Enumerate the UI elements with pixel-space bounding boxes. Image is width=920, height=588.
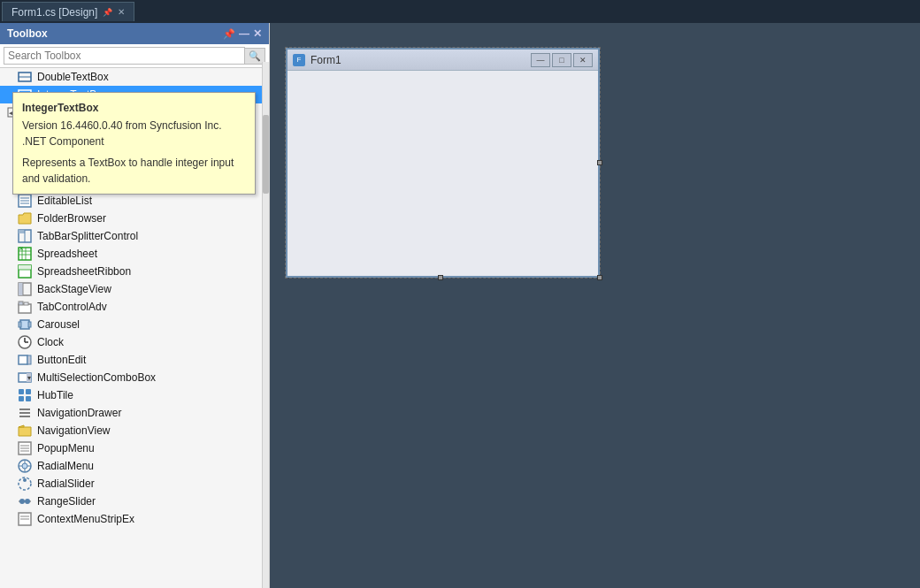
tool-label-Spreadsheet: Spreadsheet [37, 248, 97, 260]
toolbox-title: Toolbox [7, 27, 48, 40]
tool-item-PopupMenu[interactable]: PopupMenu [0, 439, 269, 457]
tool-icon-ContextMenuStripEx [18, 512, 32, 526]
tool-label-NavigationView: NavigationView [37, 424, 111, 437]
tool-item-Spreadsheet[interactable]: X Spreadsheet [0, 245, 269, 263]
form-maximize-button[interactable]: □ [552, 53, 571, 67]
tool-label-PopupMenu: PopupMenu [37, 442, 95, 454]
tool-label-MultiSelectionComboBox: MultiSelectionComboBox [37, 371, 156, 384]
tooltip-net: .NET Component [22, 134, 246, 149]
svg-rect-53 [26, 396, 31, 401]
scrollbar-thumb[interactable] [263, 115, 269, 194]
tool-label-DoubleTextBox: DoubleTextBox [37, 71, 109, 83]
tool-icon-SpreadsheetRibbon [18, 264, 32, 279]
tool-item-BackStageView[interactable]: BackStageView [0, 280, 269, 298]
tool-item-Clock[interactable]: Clock [0, 333, 269, 351]
tool-icon-MultiSelectionComboBox: ▾ [18, 370, 32, 385]
svg-rect-22 [19, 230, 25, 233]
form-canvas: F Form1 — □ ✕ [270, 23, 920, 588]
tool-icon-TabBarSplitter [18, 229, 32, 243]
tab-pin-icon: 📌 [103, 8, 112, 17]
tab-close-button[interactable]: ✕ [118, 7, 125, 17]
tool-item-NavigationDrawer[interactable]: NavigationDrawer [0, 404, 269, 422]
tool-label-RadialMenu: RadialMenu [37, 460, 94, 472]
svg-text:X: X [19, 247, 23, 251]
tool-icon-RadialMenu [18, 459, 32, 473]
toolbox-minimize-button[interactable]: — [239, 27, 249, 40]
toolbox-pin-icon[interactable]: 📌 [223, 28, 235, 40]
tool-item-DoubleTextBox[interactable]: DoubleTextBox [0, 68, 269, 86]
form-icon: F [293, 54, 305, 66]
tool-item-FolderBrowser[interactable]: FolderBrowser [0, 210, 269, 227]
svg-rect-45 [19, 355, 27, 364]
tool-item-TabBarSplitterControl[interactable]: TabBarSplitterControl [0, 227, 269, 245]
tool-label-FolderBrowser: FolderBrowser [37, 212, 106, 225]
tool-item-RangeSlider[interactable]: RangeSlider [0, 493, 269, 510]
svg-point-62 [22, 463, 27, 469]
search-input[interactable] [4, 47, 245, 65]
svg-rect-38 [24, 302, 28, 305]
tab-label: Form1.cs [Design] [12, 6, 97, 19]
form-window-buttons: — □ ✕ [531, 53, 593, 67]
svg-rect-46 [27, 355, 31, 364]
tool-item-Carousel[interactable]: Carousel [0, 316, 269, 333]
tool-label-RangeSlider: RangeSlider [37, 495, 96, 508]
tool-label-Clock: Clock [37, 336, 64, 348]
tool-item-EditableList[interactable]: EditableList [0, 192, 269, 210]
tool-label-HubTile: HubTile [37, 389, 73, 401]
tool-icon-TabControlAdv [18, 300, 32, 314]
svg-text:▾: ▾ [27, 374, 31, 382]
tool-item-RadialMenu[interactable]: RadialMenu [0, 457, 269, 475]
tool-icon-Clock [18, 335, 32, 349]
svg-rect-41 [28, 322, 31, 327]
tooltip-popup: IntegerTextBox Version 16.4460.0.40 from… [12, 92, 256, 195]
tool-label-NavigationDrawer: NavigationDrawer [37, 407, 121, 419]
tooltip-version: Version 16.4460.0.40 from Syncfusion Inc… [22, 118, 246, 134]
tool-item-TabControlAdv[interactable]: TabControlAdv [0, 298, 269, 316]
tool-label-TabControlAdv: TabControlAdv [37, 301, 107, 313]
tooltip-title: IntegerTextBox [22, 100, 246, 116]
form-titlebar: F Form1 — □ ✕ [288, 50, 598, 71]
tool-icon-Carousel [18, 317, 32, 332]
form-window[interactable]: F Form1 — □ ✕ [286, 48, 600, 278]
form-minimize-button[interactable]: — [531, 53, 550, 67]
tool-icon-EditableList [18, 194, 32, 208]
tool-item-SpreadsheetRibbon[interactable]: SpreadsheetRibbon [0, 263, 269, 280]
svg-rect-40 [19, 322, 21, 327]
tool-icon-ButtonEdit [18, 353, 32, 367]
form-close-button[interactable]: ✕ [573, 53, 593, 67]
tool-item-MultiSelectionComboBox[interactable]: ▾ MultiSelectionComboBox [0, 369, 269, 386]
tool-item-ContextMenuStripEx[interactable]: ContextMenuStripEx [0, 510, 269, 528]
form-title-label: Form1 [310, 54, 341, 66]
tool-label-ContextMenuStripEx: ContextMenuStripEx [37, 513, 134, 525]
tool-icon-Spreadsheet: X [18, 247, 32, 261]
svg-rect-51 [26, 389, 31, 394]
tool-icon-RangeSlider [18, 494, 32, 508]
tool-icon-HubTile [18, 388, 32, 402]
tool-label-RadialSlider: RadialSlider [37, 477, 95, 490]
tool-item-NavigationView[interactable]: NavigationView [0, 422, 269, 439]
tool-icon-PopupMenu [18, 441, 32, 455]
svg-point-70 [19, 499, 25, 504]
tool-item-ButtonEdit[interactable]: ButtonEdit [0, 351, 269, 369]
tool-label-SpreadsheetRibbon: SpreadsheetRibbon [37, 265, 131, 278]
toolbox-items-list: DoubleTextBox IntegerTextBox IntegerText… [0, 68, 269, 588]
svg-point-68 [23, 478, 27, 482]
tool-icon-NavigationDrawer [18, 406, 32, 420]
main-layout: Toolbox 📌 — ✕ 🔍 DoubleTextBox [0, 23, 920, 588]
scrollbar-track[interactable] [262, 62, 269, 588]
tool-item-HubTile[interactable]: HubTile [0, 386, 269, 404]
selection-handle-bottom[interactable] [438, 275, 443, 280]
design-tab[interactable]: Form1.cs [Design] 📌 ✕ [2, 2, 134, 21]
toolbox-close-button[interactable]: ✕ [253, 27, 262, 40]
selection-handle-right[interactable] [597, 160, 602, 165]
tool-item-RadialSlider[interactable]: RadialSlider [0, 475, 269, 493]
svg-point-71 [25, 499, 30, 504]
selection-handle-bottom-right[interactable] [597, 275, 602, 280]
tool-label-Carousel: Carousel [37, 318, 80, 331]
toolbox-search-bar: 🔍 [0, 44, 269, 68]
tool-icon-FolderBrowser [18, 211, 32, 225]
tool-icon-BackStageView [18, 282, 32, 296]
tool-icon-DoubleTextBox [18, 70, 32, 84]
tooltip-description: Represents a TextBox to handle integer i… [22, 155, 246, 187]
tool-icon-NavigationView [18, 424, 32, 438]
